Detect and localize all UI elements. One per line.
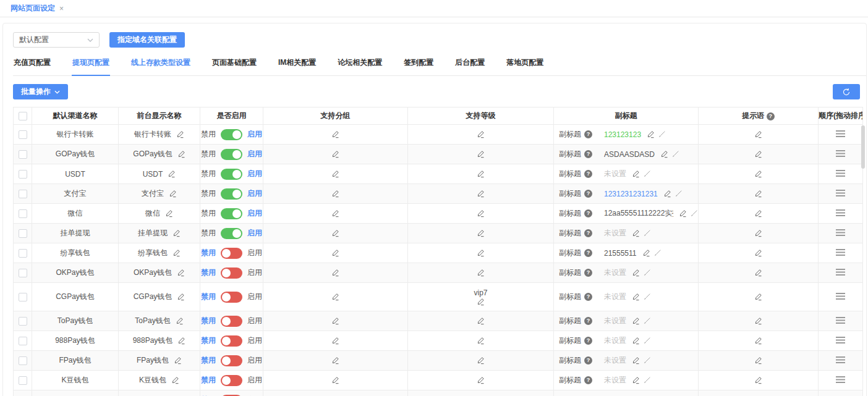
edit-icon[interactable] — [754, 229, 762, 237]
edit-icon[interactable] — [177, 150, 185, 158]
question-circle-icon[interactable]: ? — [584, 209, 592, 217]
row-checkbox[interactable] — [19, 190, 27, 198]
bulk-actions-button[interactable]: 批量操作 — [13, 84, 68, 99]
question-circle-icon[interactable]: ? — [584, 249, 592, 257]
enable-toggle[interactable] — [221, 208, 242, 219]
tab-6[interactable]: 签到配置 — [403, 53, 434, 76]
edit-icon[interactable] — [172, 249, 181, 257]
enable-toggle[interactable] — [221, 375, 242, 386]
edit-icon[interactable] — [176, 130, 184, 138]
edit-icon[interactable] — [754, 249, 762, 257]
edit-icon[interactable] — [331, 269, 339, 277]
edit-icon[interactable] — [331, 130, 339, 138]
tab-5[interactable]: 论坛相关配置 — [337, 53, 383, 76]
edit-icon[interactable] — [331, 337, 339, 345]
edit-icon[interactable] — [331, 293, 339, 301]
enable-toggle[interactable] — [221, 169, 242, 180]
edit-icon[interactable] — [477, 190, 485, 198]
edit-icon[interactable] — [176, 317, 184, 325]
brush-pen-icon[interactable] — [643, 229, 651, 237]
edit-icon[interactable] — [177, 269, 185, 277]
edit-icon[interactable] — [754, 150, 762, 158]
edit-icon[interactable] — [477, 229, 485, 237]
edit-icon[interactable] — [331, 170, 339, 178]
brush-pen-icon[interactable] — [643, 293, 651, 301]
question-circle-icon[interactable]: ? — [584, 293, 592, 301]
brush-pen-icon[interactable] — [671, 150, 679, 158]
row-checkbox[interactable] — [19, 356, 27, 365]
edit-icon[interactable] — [477, 170, 485, 178]
row-checkbox[interactable] — [19, 249, 27, 258]
drag-handle-icon[interactable] — [835, 356, 846, 364]
edit-icon[interactable] — [632, 337, 640, 345]
edit-icon[interactable] — [632, 170, 640, 178]
edit-icon[interactable] — [477, 376, 485, 384]
row-checkbox[interactable] — [19, 170, 27, 179]
question-circle-icon[interactable]: ? — [584, 356, 592, 364]
enable-toggle[interactable] — [221, 248, 242, 259]
edit-icon[interactable] — [174, 356, 182, 364]
enable-toggle[interactable] — [221, 149, 242, 160]
edit-icon[interactable] — [754, 317, 762, 325]
edit-icon[interactable] — [168, 170, 176, 178]
drag-handle-icon[interactable] — [835, 229, 846, 237]
drag-handle-icon[interactable] — [835, 316, 846, 324]
brush-pen-icon[interactable] — [643, 376, 651, 384]
brush-pen-icon[interactable] — [643, 269, 651, 277]
brush-pen-icon[interactable] — [690, 209, 698, 217]
enable-toggle[interactable] — [221, 129, 242, 140]
edit-icon[interactable] — [754, 190, 762, 198]
edit-icon[interactable] — [632, 269, 640, 277]
enable-toggle[interactable] — [221, 228, 242, 239]
edit-icon[interactable] — [177, 337, 185, 345]
brush-pen-icon[interactable] — [643, 317, 651, 325]
edit-icon[interactable] — [477, 130, 485, 138]
edit-icon[interactable] — [754, 209, 762, 217]
edit-icon[interactable] — [177, 293, 185, 301]
edit-icon[interactable] — [477, 150, 485, 158]
edit-icon[interactable] — [477, 356, 485, 364]
edit-icon[interactable] — [754, 376, 762, 384]
edit-icon[interactable] — [331, 376, 339, 384]
tab-4[interactable]: IM相关配置 — [278, 53, 317, 76]
row-checkbox[interactable] — [19, 269, 27, 277]
edit-icon[interactable] — [331, 356, 339, 364]
assign-domain-button[interactable]: 指定域名关联配置 — [109, 32, 185, 48]
question-circle-icon[interactable]: ? — [584, 337, 592, 345]
edit-icon[interactable] — [754, 130, 762, 138]
enable-toggle[interactable] — [221, 316, 242, 327]
edit-icon[interactable] — [477, 269, 485, 277]
edit-icon[interactable] — [171, 376, 179, 384]
edit-icon[interactable] — [632, 317, 640, 325]
edit-icon[interactable] — [331, 150, 339, 158]
edit-icon[interactable] — [477, 317, 485, 325]
edit-icon[interactable] — [331, 190, 339, 198]
question-circle-icon[interactable]: ? — [584, 190, 592, 198]
edit-icon[interactable] — [754, 170, 762, 178]
question-circle-icon[interactable]: ? — [584, 150, 592, 158]
tab-1[interactable]: 提现页配置 — [72, 53, 110, 76]
row-checkbox[interactable] — [19, 317, 27, 326]
drag-handle-icon[interactable] — [835, 169, 846, 177]
row-checkbox[interactable] — [19, 209, 27, 218]
edit-icon[interactable] — [754, 293, 762, 301]
edit-icon[interactable] — [660, 150, 668, 158]
edit-icon[interactable] — [754, 337, 762, 345]
enable-toggle[interactable] — [221, 268, 242, 279]
config-select[interactable]: 默认配置 — [13, 32, 100, 48]
question-circle-icon[interactable]: ? — [767, 112, 775, 120]
drag-handle-icon[interactable] — [835, 292, 846, 300]
question-circle-icon[interactable]: ? — [584, 229, 592, 237]
brush-pen-icon[interactable] — [674, 190, 683, 198]
edit-icon[interactable] — [632, 376, 640, 384]
row-checkbox[interactable] — [19, 337, 27, 345]
tab-3[interactable]: 页面基础配置 — [211, 53, 257, 76]
drag-handle-icon[interactable] — [835, 150, 846, 158]
edit-icon[interactable] — [642, 249, 650, 257]
enable-toggle[interactable] — [221, 292, 242, 303]
table-scrollbar[interactable] — [861, 125, 865, 169]
edit-icon[interactable] — [477, 298, 485, 306]
edit-icon[interactable] — [632, 356, 640, 364]
edit-icon[interactable] — [331, 209, 339, 217]
edit-icon[interactable] — [477, 249, 485, 257]
